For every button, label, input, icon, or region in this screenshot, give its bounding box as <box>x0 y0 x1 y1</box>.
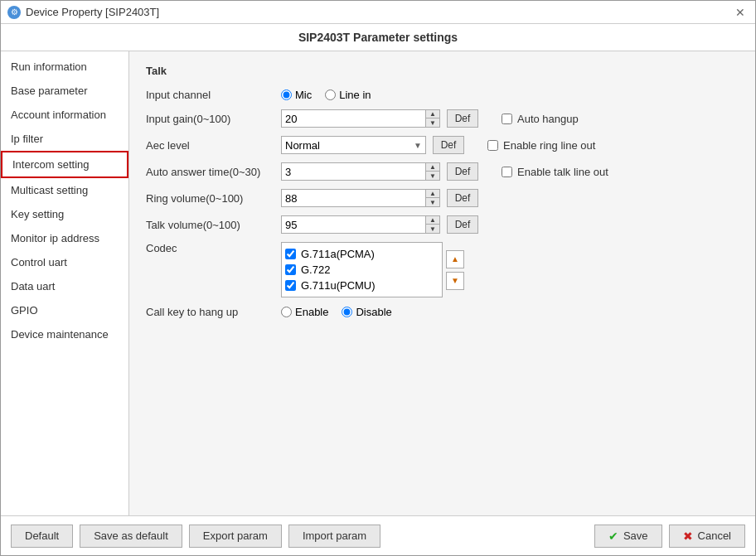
sidebar-item-ip-filter[interactable]: Ip filter <box>1 127 128 151</box>
input-channel-mic-option[interactable]: Mic <box>281 89 312 101</box>
sidebar-item-key-setting[interactable]: Key setting <box>1 202 128 226</box>
default-button[interactable]: Default <box>11 525 73 548</box>
content-area: Talk Input channel Mic Line in Inpu <box>129 51 755 515</box>
talk-volume-down-arrow[interactable]: ▼ <box>426 225 439 233</box>
input-channel-linein-radio[interactable] <box>325 89 336 100</box>
sidebar-item-device-maintenance[interactable]: Device maintenance <box>1 322 128 346</box>
codec-checkbox-2[interactable] <box>285 280 296 291</box>
ring-volume-down-arrow[interactable]: ▼ <box>426 198 439 206</box>
sidebar-item-data-uart[interactable]: Data uart <box>1 274 128 298</box>
auto-answer-time-row: Auto answer time(0~30) ▲ ▼ Def Enable ta… <box>146 162 739 181</box>
call-key-disable-label: Disable <box>356 306 391 318</box>
codec-container: G.711a(PCMA) G.722 G.711u(PCMU) <box>281 242 464 297</box>
input-channel-label: Input channel <box>146 89 274 101</box>
call-key-radio-group: Enable Disable <box>281 306 392 318</box>
codec-checkbox-1[interactable] <box>285 264 296 275</box>
sidebar-item-account-information[interactable]: Account information <box>1 103 128 127</box>
codec-order-arrows: ▲ ▼ <box>446 242 464 297</box>
input-gain-def-button[interactable]: Def <box>447 109 478 128</box>
footer: Default Save as default Export param Imp… <box>1 515 755 555</box>
codec-move-down-button[interactable]: ▼ <box>446 272 464 290</box>
call-key-label: Call key to hang up <box>146 306 274 318</box>
close-button[interactable]: ✕ <box>732 4 749 21</box>
codec-checkbox-0[interactable] <box>285 249 296 259</box>
title-bar-left: ⚙ Device Property [SIP2403T] <box>7 6 159 19</box>
ring-volume-input[interactable] <box>281 189 426 207</box>
ring-volume-def-button[interactable]: Def <box>447 189 478 207</box>
talk-volume-spinbox: ▲ ▼ <box>281 215 440 234</box>
enable-talk-line-out-label: Enable talk line out <box>517 166 608 178</box>
enable-ring-line-out-checkbox[interactable] <box>487 140 498 151</box>
input-gain-label: Input gain(0~100) <box>146 113 274 125</box>
call-key-disable-radio[interactable] <box>342 307 352 317</box>
input-gain-spinbox: ▲ ▼ <box>281 109 440 128</box>
codec-list: G.711a(PCMA) G.722 G.711u(PCMU) <box>281 242 443 297</box>
window-title: Device Property [SIP2403T] <box>26 6 159 18</box>
cancel-x-icon: ✖ <box>683 529 693 543</box>
cancel-button[interactable]: ✖ Cancel <box>669 525 745 548</box>
codec-row: Codec G.711a(PCMA) G.722 G.7 <box>146 242 739 297</box>
talk-volume-def-button[interactable]: Def <box>447 215 478 234</box>
save-button[interactable]: ✔ Save <box>594 525 662 548</box>
codec-item-2: G.711u(PCMU) <box>285 278 439 293</box>
ring-volume-arrows: ▲ ▼ <box>426 189 440 207</box>
save-as-default-button[interactable]: Save as default <box>80 525 182 548</box>
input-gain-arrows: ▲ ▼ <box>426 109 440 128</box>
codec-move-up-button[interactable]: ▲ <box>446 250 464 268</box>
call-key-enable-option[interactable]: Enable <box>281 306 328 318</box>
enable-talk-line-out-checkbox[interactable] <box>502 167 512 177</box>
export-param-button[interactable]: Export param <box>189 525 282 548</box>
auto-hangup-checkbox[interactable] <box>502 114 512 124</box>
input-channel-row: Input channel Mic Line in <box>146 89 739 101</box>
talk-volume-up-arrow[interactable]: ▲ <box>426 216 439 225</box>
codec-item-label-1: G.722 <box>301 263 330 276</box>
aec-level-def-button[interactable]: Def <box>433 136 464 154</box>
call-key-disable-option[interactable]: Disable <box>342 306 391 318</box>
auto-answer-time-label: Auto answer time(0~30) <box>146 166 274 178</box>
input-channel-linein-option[interactable]: Line in <box>325 89 371 101</box>
enable-ring-line-out-option[interactable]: Enable ring line out <box>487 139 595 152</box>
ring-volume-label: Ring volume(0~100) <box>146 192 274 205</box>
aec-level-dropdown[interactable]: Normal ▼ <box>281 136 426 154</box>
auto-answer-time-spinbox: ▲ ▼ <box>281 162 440 181</box>
sidebar-item-run-information[interactable]: Run information <box>1 55 128 79</box>
ring-volume-up-arrow[interactable]: ▲ <box>426 190 439 198</box>
sidebar-item-multicast-setting[interactable]: Multicast setting <box>1 178 128 202</box>
talk-volume-input[interactable] <box>281 215 426 234</box>
sidebar-item-base-parameter[interactable]: Base parameter <box>1 79 128 103</box>
input-channel-radio-group: Mic Line in <box>281 89 371 101</box>
auto-answer-time-def-button[interactable]: Def <box>447 162 478 181</box>
call-key-enable-label: Enable <box>295 306 328 318</box>
call-key-enable-radio[interactable] <box>281 307 292 317</box>
auto-hangup-option[interactable]: Auto hangup <box>502 113 579 125</box>
input-channel-mic-label: Mic <box>295 89 312 101</box>
talk-volume-arrows: ▲ ▼ <box>426 215 440 234</box>
page-header: SIP2403T Parameter settings <box>1 24 755 51</box>
auto-answer-time-down-arrow[interactable]: ▼ <box>426 172 439 180</box>
main-window: ⚙ Device Property [SIP2403T] ✕ SIP2403T … <box>0 0 756 556</box>
main-content: Run information Base parameter Account i… <box>1 51 755 515</box>
enable-talk-line-out-option[interactable]: Enable talk line out <box>502 166 608 178</box>
save-label: Save <box>623 529 648 542</box>
codec-up-icon: ▲ <box>451 254 459 263</box>
input-channel-mic-radio[interactable] <box>281 89 292 100</box>
sidebar: Run information Base parameter Account i… <box>1 51 129 515</box>
call-key-row: Call key to hang up Enable Disable <box>146 306 739 318</box>
sidebar-item-gpio[interactable]: GPIO <box>1 298 128 322</box>
sidebar-item-control-uart[interactable]: Control uart <box>1 250 128 274</box>
talk-volume-row: Talk volume(0~100) ▲ ▼ Def <box>146 215 739 234</box>
header-title: SIP2403T Parameter settings <box>298 31 458 44</box>
input-gain-input[interactable] <box>281 109 426 128</box>
sidebar-item-monitor-ip-address[interactable]: Monitor ip address <box>1 226 128 250</box>
sidebar-item-intercom-setting[interactable]: Intercom setting <box>1 151 128 178</box>
import-param-button[interactable]: Import param <box>288 525 380 548</box>
auto-answer-time-up-arrow[interactable]: ▲ <box>426 163 439 172</box>
talk-volume-label: Talk volume(0~100) <box>146 219 274 231</box>
input-gain-up-arrow[interactable]: ▲ <box>426 110 439 118</box>
title-bar: ⚙ Device Property [SIP2403T] ✕ <box>1 1 755 24</box>
auto-answer-time-input[interactable] <box>281 162 426 181</box>
ring-volume-spinbox: ▲ ▼ <box>281 189 440 207</box>
input-gain-down-arrow[interactable]: ▼ <box>426 118 439 127</box>
codec-item-0: G.711a(PCMA) <box>285 246 439 262</box>
aec-level-label: Aec level <box>146 139 274 152</box>
